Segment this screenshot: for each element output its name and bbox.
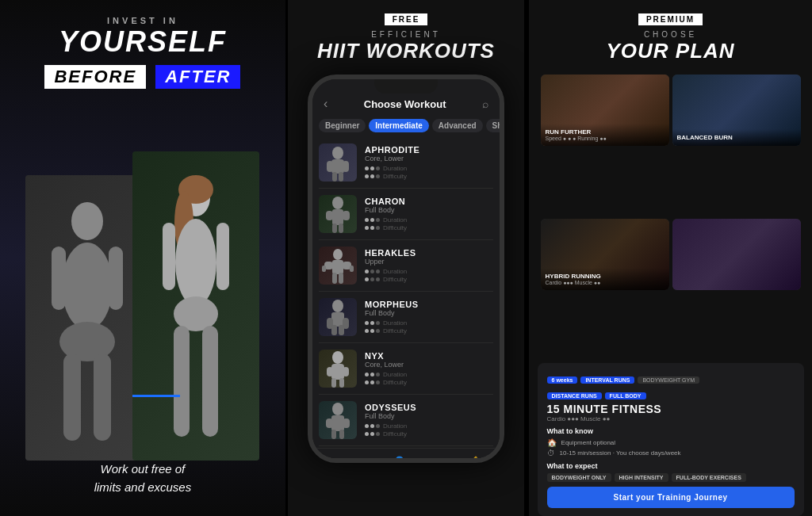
workout-item-charon[interactable]: CHARON Full Body Duration Difficulty xyxy=(319,189,493,240)
tab-short[interactable]: Short xyxy=(486,119,500,132)
expect-tag-bodyweight: BODYWEIGHT ONLY xyxy=(547,473,611,482)
person-after-image xyxy=(132,151,259,461)
expect-tag-intensity: HIGH INTENSITY xyxy=(615,473,668,482)
svg-rect-5 xyxy=(63,354,81,441)
odysseus-info: ODYSSEUS Full Body Duration Difficulty xyxy=(365,403,493,438)
aphrodite-info: APHRODITE Core, Lower Duration Difficult… xyxy=(365,145,493,180)
time-text: 10-15 min/session · You choose days/week xyxy=(560,449,681,457)
workout-list: APHRODITE Core, Lower Duration Difficult… xyxy=(312,136,500,448)
nav-notifications[interactable]: 🔔 Notifications xyxy=(460,455,490,458)
svg-rect-23 xyxy=(332,209,343,225)
phone-notch xyxy=(374,79,438,94)
herakles-info: HERAKLES Upper Duration Difficulty xyxy=(365,248,493,283)
svg-rect-15 xyxy=(202,326,218,437)
extra-plan-image xyxy=(672,219,801,290)
detail-plan-meta: Cardio ●●● Muscle ●● xyxy=(547,415,795,422)
know-item-time: ⏱ 10-15 min/session · You choose days/we… xyxy=(547,449,795,457)
nyx-name: NYX xyxy=(365,351,493,361)
workout-item-aphrodite[interactable]: APHRODITE Core, Lower Duration Difficult… xyxy=(319,137,493,189)
svg-point-42 xyxy=(332,351,343,364)
plan-detail-card: 6 weeks INTERVAL RUNS BODYWEIGHT GYM DIS… xyxy=(538,363,804,516)
yourself-tagline: YOURSELF xyxy=(44,25,240,59)
aphrodite-meta: Duration Difficulty xyxy=(365,165,493,180)
distance-runs-tag: DISTANCE RUNS xyxy=(547,392,602,399)
panel1-footer: Work out free of limits and excuses xyxy=(94,461,192,500)
plan-card-balanced-burn[interactable]: BALANCED BURN xyxy=(672,75,801,146)
herakles-meta: Duration Difficulty xyxy=(365,268,493,283)
what-to-expect-label: What to expect xyxy=(547,462,795,470)
home-icon: 🏠 xyxy=(547,438,557,447)
profile-icon: ○ xyxy=(427,455,441,458)
svg-rect-40 xyxy=(331,325,337,335)
interval-runs-tag: INTERVAL RUNS xyxy=(580,376,634,384)
svg-rect-20 xyxy=(332,172,337,182)
run-further-meta: Speed ● ● ● Running ●● xyxy=(546,136,665,141)
aphrodite-name: APHRODITE xyxy=(365,145,493,155)
free-badge: FREE xyxy=(385,13,428,25)
svg-rect-12 xyxy=(216,223,229,290)
svg-rect-43 xyxy=(331,364,344,380)
search-button-icon[interactable]: ⌕ xyxy=(482,97,488,110)
morpheus-meta: Duration Difficulty xyxy=(365,319,493,334)
svg-rect-45 xyxy=(343,367,349,376)
tab-advanced[interactable]: Advanced xyxy=(432,119,483,132)
hybrid-running-image: HYBRID RUNNING Cardio ●●● Muscle ●● xyxy=(541,219,669,290)
panel1-header: INVEST IN YOURSELF BEFORE AFTER xyxy=(44,16,240,89)
svg-rect-51 xyxy=(343,419,350,428)
nyx-meta: Duration Difficulty xyxy=(365,371,493,386)
nyx-thumb xyxy=(319,350,357,388)
bodyweight-tag: BODYWEIGHT GYM xyxy=(638,376,699,384)
plan-card-extra[interactable] xyxy=(672,219,801,290)
svg-rect-50 xyxy=(326,419,333,428)
footer-text: Work out free of limits and excuses xyxy=(94,461,192,496)
balanced-burn-image: BALANCED BURN xyxy=(672,75,801,146)
before-silhouette xyxy=(36,199,139,461)
plans-grid: RUN FURTHER Speed ● ● ● Running ●● BALAN… xyxy=(538,75,804,360)
aphrodite-type: Core, Lower xyxy=(365,155,493,162)
svg-rect-33 xyxy=(350,266,354,272)
nav-feed[interactable]: ⊞ Feed xyxy=(322,455,336,458)
workout-item-morpheus[interactable]: MORPHEUS Full Body Duration Difficulty xyxy=(319,292,493,343)
your-plan-title: YOUR PLAN xyxy=(607,39,735,63)
tab-intermediate[interactable]: Intermediate xyxy=(369,119,428,132)
svg-rect-46 xyxy=(331,378,336,388)
svg-rect-41 xyxy=(339,325,344,335)
panel3-header: PREMIUM CHOOSE YOUR PLAN xyxy=(607,11,735,63)
workout-item-nyx[interactable]: NYX Core, Lower Duration Difficulty xyxy=(319,343,493,395)
nav-explore[interactable]: ◎ Explore xyxy=(354,455,373,458)
tab-beginner[interactable]: Beginner xyxy=(319,119,366,132)
odysseus-meta: Duration Difficulty xyxy=(365,422,493,438)
screen-title: Choose Workout xyxy=(364,98,446,110)
svg-rect-24 xyxy=(326,211,333,220)
clock-icon: ⏱ xyxy=(547,449,555,457)
workout-item-odysseus[interactable]: ODYSSEUS Full Body Duration Difficulty xyxy=(319,395,493,446)
svg-rect-25 xyxy=(343,211,350,220)
blue-accent-line xyxy=(132,395,180,397)
invest-tagline: INVEST IN xyxy=(44,16,240,25)
svg-rect-2 xyxy=(52,247,66,310)
charon-info: CHARON Full Body Duration Difficulty xyxy=(365,197,493,231)
balanced-burn-title: BALANCED BURN xyxy=(677,134,796,141)
know-item-equipment: 🏠 Equipment optional xyxy=(547,438,795,447)
nav-profile[interactable]: ○ Profile xyxy=(426,455,442,458)
panel2-header: FREE EFFICIENT HIIT WORKOUTS xyxy=(317,11,495,63)
plan-card-hybrid-running[interactable]: HYBRID RUNNING Cardio ●●● Muscle ●● xyxy=(541,219,669,290)
filter-tabs-container: Beginner Intermediate Advanced Short Mo xyxy=(312,116,500,136)
svg-point-28 xyxy=(333,249,343,260)
plan-card-run-further[interactable]: RUN FURTHER Speed ● ● ● Running ●● xyxy=(541,75,669,146)
svg-rect-53 xyxy=(339,430,344,439)
explore-icon: ◎ xyxy=(357,455,371,458)
full-body-tag: FULL BODY xyxy=(605,392,646,399)
svg-rect-34 xyxy=(332,273,337,284)
coach-icon: 👤 xyxy=(393,455,407,458)
back-button[interactable]: ‹ xyxy=(324,97,327,111)
svg-rect-19 xyxy=(343,161,349,172)
start-training-button[interactable]: Start your Training Journey xyxy=(547,487,795,508)
svg-rect-47 xyxy=(339,378,344,388)
svg-rect-49 xyxy=(331,415,344,431)
nav-coach[interactable]: 👤 Coach xyxy=(392,455,408,458)
svg-rect-11 xyxy=(163,223,175,290)
aphrodite-thumb xyxy=(319,143,357,182)
workout-item-herakles[interactable]: HERAKLES Upper Duration Difficulty xyxy=(319,240,493,292)
svg-rect-17 xyxy=(331,159,344,174)
